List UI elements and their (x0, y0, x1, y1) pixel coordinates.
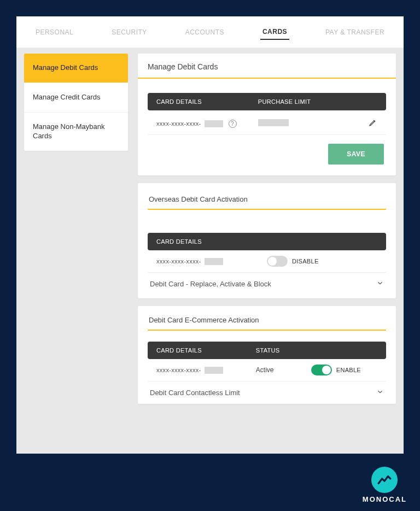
panel-body: Overseas Debit Card Activation CARD DETA… (138, 183, 396, 298)
panel-body: Debit Card E-Commerce Activation CARD DE… (138, 306, 396, 404)
card-redacted-tail (205, 367, 223, 374)
section-title: Overseas Debit Card Activation (148, 193, 386, 209)
header-purchase-limit: PURCHASE LIMIT (258, 98, 377, 105)
panel-ecommerce: Debit Card E-Commerce Activation CARD DE… (138, 306, 396, 404)
tab-bar: PERSONAL SECURITY ACCOUNTS CARDS PAY & T… (16, 16, 404, 48)
collapsible-label: Debit Card Contactless Limit (150, 389, 240, 397)
limit-redacted (258, 119, 289, 126)
panel-title: Manage Debit Cards (138, 54, 396, 79)
help-icon[interactable]: ? (229, 120, 237, 128)
content-area: Manage Debit Cards Manage Credit Cards M… (16, 48, 404, 409)
toggle-label: DISABLE (292, 258, 319, 265)
header-card-details: CARD DETAILS (156, 98, 258, 105)
edit-button[interactable] (361, 118, 377, 129)
collapsible-contactless-limit[interactable]: Debit Card Contactless Limit (148, 381, 386, 400)
card-row: xxxx-xxxx-xxxx- ? (148, 110, 386, 135)
collapsible-replace-activate-block[interactable]: Debit Card - Replace, Activate & Block (148, 273, 386, 291)
gold-divider (148, 330, 386, 331)
chevron-down-icon (376, 279, 384, 289)
sidebar-item-manage-nonmaybank[interactable]: Manage Non-Maybank Cards (24, 113, 128, 151)
tab-cards[interactable]: CARDS (260, 25, 289, 40)
sidebar: Manage Debit Cards Manage Credit Cards M… (24, 54, 128, 151)
save-button[interactable]: SAVE (328, 144, 384, 165)
card-row: xxxx-xxxx-xxxx- DISABLE (148, 250, 386, 273)
header-status: STATUS (256, 347, 311, 354)
panel-body: CARD DETAILS PURCHASE LIMIT xxxx-xxxx-xx… (138, 79, 396, 175)
main-column: Manage Debit Cards CARD DETAILS PURCHASE… (138, 54, 396, 404)
tab-personal[interactable]: PERSONAL (33, 25, 75, 39)
panel-manage-debit: Manage Debit Cards CARD DETAILS PURCHASE… (138, 54, 396, 175)
card-row: xxxx-xxxx-xxxx- Active ENABLE (148, 359, 386, 381)
card-mask-text: xxxx-xxxx-xxxx- (156, 258, 201, 265)
save-row: SAVE (148, 135, 386, 165)
table-header: CARD DETAILS (148, 233, 386, 250)
card-number: xxxx-xxxx-xxxx- (156, 367, 256, 374)
app-frame: PERSONAL SECURITY ACCOUNTS CARDS PAY & T… (16, 16, 404, 454)
sidebar-item-manage-credit[interactable]: Manage Credit Cards (24, 83, 128, 113)
card-redacted-tail (205, 258, 223, 265)
purchase-limit-value (258, 119, 361, 128)
watermark: MONOCAL (363, 467, 407, 503)
overseas-toggle[interactable] (267, 256, 288, 267)
card-mask-text: xxxx-xxxx-xxxx- (156, 120, 201, 127)
table-header: CARD DETAILS STATUS (148, 342, 386, 359)
watermark-text: MONOCAL (363, 495, 407, 503)
chevron-down-icon (376, 388, 384, 397)
tab-pay-transfer[interactable]: PAY & TRANSFER (323, 25, 387, 39)
sidebar-item-manage-debit[interactable]: Manage Debit Cards (24, 54, 128, 83)
header-card-details: CARD DETAILS (156, 347, 256, 354)
ecommerce-toggle[interactable] (311, 365, 332, 375)
status-value: Active (256, 366, 311, 374)
card-redacted-tail (205, 120, 223, 127)
tab-security[interactable]: SECURITY (109, 25, 149, 39)
gold-divider (148, 209, 386, 210)
toggle-label: ENABLE (336, 367, 361, 373)
collapsible-label: Debit Card - Replace, Activate & Block (150, 280, 271, 288)
card-number: xxxx-xxxx-xxxx- (156, 258, 267, 265)
card-mask-text: xxxx-xxxx-xxxx- (156, 367, 201, 373)
pencil-icon (369, 119, 377, 128)
panel-overseas: Overseas Debit Card Activation CARD DETA… (138, 183, 396, 298)
section-title: Debit Card E-Commerce Activation (148, 314, 386, 330)
header-card-details: CARD DETAILS (156, 238, 258, 245)
tab-accounts[interactable]: ACCOUNTS (183, 25, 226, 39)
card-number: xxxx-xxxx-xxxx- ? (156, 120, 258, 128)
watermark-logo-icon (371, 467, 398, 493)
table-header: CARD DETAILS PURCHASE LIMIT (148, 93, 386, 110)
